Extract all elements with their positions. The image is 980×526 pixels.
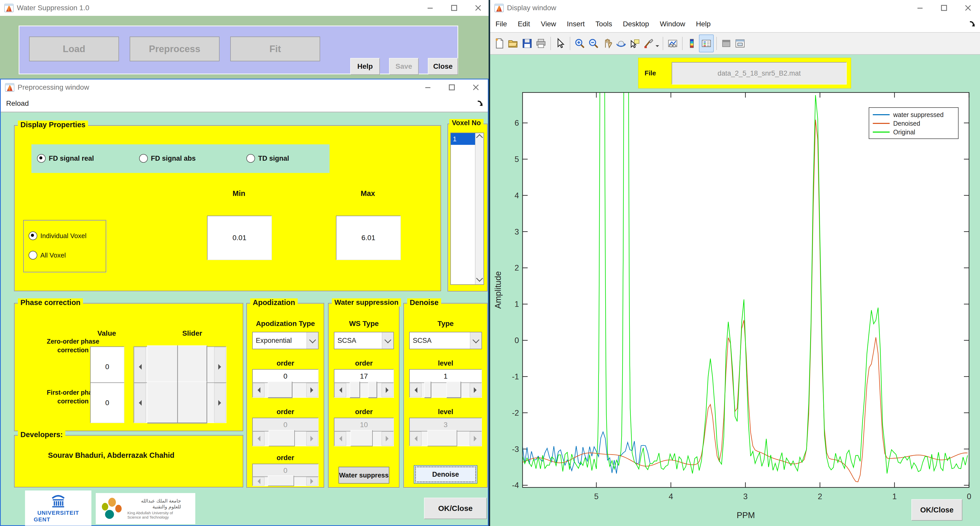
menu-help[interactable]: Help [690, 20, 716, 28]
ok-close-button[interactable]: OK/Close [424, 497, 487, 519]
first-order-value-field[interactable]: 0 [90, 383, 124, 423]
brush-icon[interactable] [642, 35, 655, 52]
slider-left-arrow[interactable] [134, 347, 146, 387]
data-cursor-icon[interactable] [628, 35, 642, 52]
fit-button[interactable]: Fit [230, 37, 320, 61]
insert-legend-icon[interactable] [699, 35, 714, 53]
denoise-level1-slider[interactable] [409, 383, 482, 398]
open-file-icon[interactable] [506, 35, 520, 52]
zoom-out-icon[interactable] [587, 35, 600, 52]
slider-right-arrow[interactable] [382, 383, 393, 397]
max-value-field[interactable]: 6.01 [336, 215, 401, 260]
insert-colorbar-icon[interactable] [685, 35, 699, 52]
denoise-type-label: Type [404, 320, 487, 328]
zoom-in-icon[interactable] [573, 35, 587, 52]
maximize-button[interactable] [932, 0, 956, 16]
svg-text:-4: -4 [512, 481, 519, 490]
slider-left-arrow [253, 477, 264, 486]
plot-legend[interactable]: water suppressed Denoised Original [869, 107, 959, 139]
close-button[interactable] [466, 0, 490, 16]
ok-close-button[interactable]: OK/Close [911, 499, 963, 521]
kaust-logo: جامعة الملك عبدالله للعلوم والتقنية King… [96, 493, 195, 524]
print-icon[interactable] [534, 35, 548, 52]
slider-right-arrow[interactable] [214, 383, 226, 422]
minimize-button[interactable] [908, 0, 932, 16]
dropdown-arrow-icon [307, 332, 318, 349]
link-plot-icon[interactable] [666, 35, 679, 52]
close-button[interactable] [956, 0, 980, 16]
slider-left-arrow[interactable] [334, 383, 346, 397]
apodization-type-dropdown[interactable]: Exponential [252, 332, 318, 349]
denoise-level1-value[interactable]: 1 [409, 369, 482, 383]
menu-file[interactable]: File [490, 20, 512, 28]
voxel-list-item[interactable]: 1 [451, 133, 475, 145]
voxel-list[interactable]: 1 [450, 132, 484, 285]
title-bar[interactable]: Preprocessing window [1, 80, 488, 95]
menu-insert[interactable]: Insert [562, 20, 590, 28]
svg-text:1: 1 [892, 492, 897, 501]
slider-left-arrow [253, 432, 264, 446]
menu-edit[interactable]: Edit [512, 20, 535, 28]
apod-order1-slider[interactable] [252, 383, 318, 398]
menu-tools[interactable]: Tools [590, 20, 617, 28]
water-suppress-button[interactable]: Water suppress [339, 467, 389, 484]
preprocess-button[interactable]: Preprocess [130, 37, 220, 61]
zero-order-value-field[interactable]: 0 [90, 346, 124, 387]
slider-right-arrow[interactable] [470, 383, 482, 397]
radio-all-voxel[interactable]: All Voxel [29, 251, 66, 260]
slider-right-arrow[interactable] [214, 347, 226, 387]
title-bar[interactable]: Display window [490, 0, 980, 16]
ws-type-dropdown[interactable]: SCSA [334, 332, 394, 349]
menu-view[interactable]: View [535, 20, 562, 28]
radio-fd-signal-real[interactable]: FD signal real [37, 154, 94, 163]
menu-reload[interactable]: Reload [1, 99, 34, 108]
voxel-list-scrollbar[interactable] [475, 133, 484, 284]
title-bar[interactable]: Water Suppression 1.0 [0, 0, 490, 16]
svg-text:1: 1 [515, 300, 519, 309]
help-button[interactable]: Help [350, 58, 380, 75]
hide-plot-tools-icon[interactable] [719, 35, 733, 52]
radio-circle [29, 231, 37, 240]
svg-text:Amplitude: Amplitude [493, 271, 503, 309]
rotate-3d-icon[interactable] [614, 35, 628, 52]
svg-text:2: 2 [515, 263, 519, 272]
slider-left-arrow[interactable] [253, 383, 264, 397]
save-figure-icon[interactable] [520, 35, 534, 52]
maximize-button[interactable] [440, 80, 464, 95]
menu-desktop[interactable]: Desktop [617, 20, 654, 28]
svg-text:4: 4 [668, 492, 673, 501]
ws-order1-slider[interactable] [334, 383, 394, 398]
radio-td-signal[interactable]: TD signal [247, 154, 289, 163]
file-name-field[interactable]: data_2_5_18_snr5_B2.mat [671, 62, 847, 84]
edit-plot-icon[interactable] [554, 35, 567, 52]
zero-order-slider[interactable] [134, 346, 226, 387]
ws-order1-value[interactable]: 17 [334, 369, 394, 383]
new-figure-icon[interactable] [493, 35, 506, 52]
pan-icon[interactable] [600, 35, 614, 52]
minimize-button[interactable] [418, 0, 442, 16]
slider-right-arrow[interactable] [306, 383, 318, 397]
brush-dropdown-caret[interactable] [655, 45, 659, 49]
radio-fd-signal-abs[interactable]: FD signal abs [139, 154, 196, 163]
load-button[interactable]: Load [29, 37, 119, 61]
maximize-button[interactable] [442, 0, 466, 16]
slider-right-arrow [382, 432, 393, 446]
slider-left-arrow[interactable] [410, 383, 422, 397]
voxel-no-panel: Voxel No 1 [447, 124, 488, 292]
close-button[interactable] [464, 80, 488, 95]
close-main-button[interactable]: Close [428, 58, 458, 75]
menu-window[interactable]: Window [654, 20, 691, 28]
matlab-app-icon [494, 3, 504, 13]
denoise-type-dropdown[interactable]: SCSA [409, 332, 482, 349]
slider-left-arrow[interactable] [134, 383, 146, 422]
dock-arrow-icon[interactable] [477, 100, 484, 107]
min-value-field[interactable]: 0.01 [207, 215, 272, 260]
dock-arrow-icon[interactable] [969, 20, 977, 28]
slider-left-arrow [334, 432, 346, 446]
dock-figure-icon[interactable] [733, 35, 747, 52]
save-button[interactable]: Save [389, 58, 418, 75]
minimize-button[interactable] [416, 80, 440, 95]
denoise-button[interactable]: Denoise [414, 465, 477, 484]
radio-individual-voxel[interactable]: Individual Voxel [29, 231, 86, 240]
first-order-slider[interactable] [134, 383, 226, 423]
